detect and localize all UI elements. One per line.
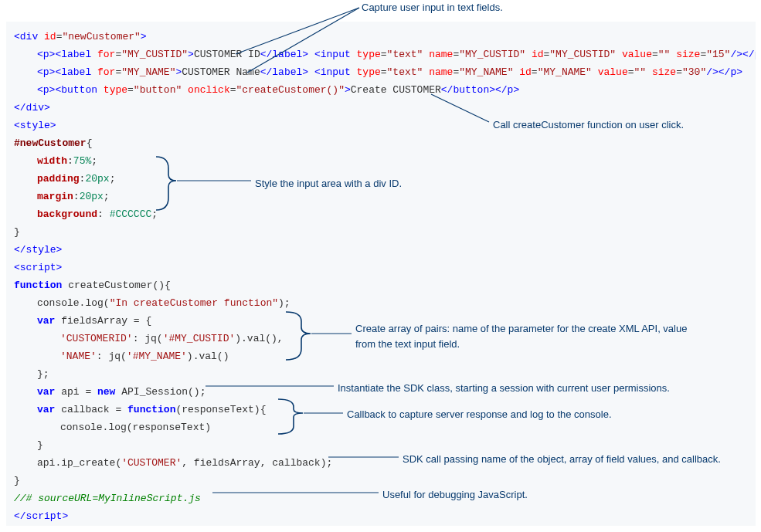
annotation-style: Style the input area with a div ID. xyxy=(255,176,402,191)
annotation-array: Create array of pairs: name of the param… xyxy=(355,321,688,352)
code-line: width:75%; xyxy=(14,152,748,170)
annotation-top: Capture user input in text fields. xyxy=(362,0,503,15)
annotation-call: Call createCustomer function on user cli… xyxy=(493,117,684,133)
code-line: background: #CCCCCC; xyxy=(14,205,748,223)
code-line: <p><label for="MY_NAME">CUSTOMER Name</l… xyxy=(14,63,748,81)
code-line: console.log("In createCustomer function"… xyxy=(14,294,748,312)
code-block: <div id="newCustomer"> <p><label for="MY… xyxy=(6,22,756,526)
code-line: #newCustomer{ xyxy=(14,134,748,152)
code-line: } xyxy=(14,223,748,241)
code-line: <script> xyxy=(14,259,748,276)
code-line: </style> xyxy=(14,241,748,259)
code-line: </script> xyxy=(14,507,748,525)
code-line: } xyxy=(14,472,748,490)
annotation-sdk: SDK call passing name of the object, arr… xyxy=(403,452,758,467)
code-line: <div id="newCustomer"> xyxy=(14,28,748,46)
annotation-callback: Callback to capture server response and … xyxy=(347,407,733,422)
code-line: //# sourceURL=MyInlineScript.js xyxy=(14,490,748,507)
code-line: function createCustomer(){ xyxy=(14,276,748,294)
code-line: <p><button type="button" onclick="create… xyxy=(14,81,748,99)
annotation-session: Instantiate the SDK class, starting a se… xyxy=(338,381,755,396)
annotation-debug: Useful for debugging JavaScript. xyxy=(382,487,528,503)
code-line: <p><label for="MY_CUSTID">CUSTOMER ID</l… xyxy=(14,46,748,63)
code-line: </div> xyxy=(14,99,748,117)
